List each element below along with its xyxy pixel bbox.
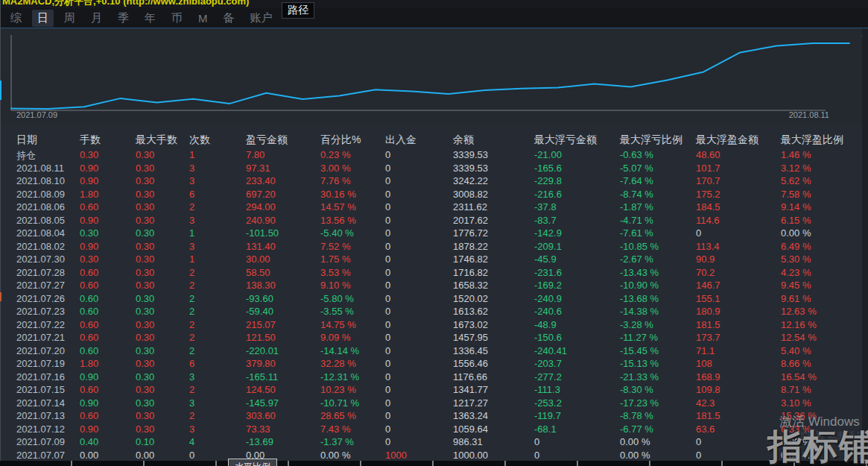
table-row[interactable]: 2021.07.150.600.302124.5010.23 %01341.77… [0,383,868,397]
tab-综[interactable]: 综 [5,10,27,27]
table-row[interactable]: 2021.08.040.300.301-101.50-5.40 %01776.7… [0,227,868,240]
row-cell-11: 0.00 % [781,227,811,239]
row-cell-4: -220.01 [246,345,279,356]
title-bar: MA2MACD,分析平台,+0.10 (http://www.zhibiaopu… [0,0,868,8]
tab-周[interactable]: 周 [59,10,80,27]
row-date: 2021.07.19 [16,358,65,369]
row-date: 2021.08.09 [16,189,65,200]
row-cell-3: 2 [189,267,194,278]
row-cell-11: 7.58 % [781,189,811,200]
row-cell-4: -59.40 [246,306,273,317]
tab-M[interactable]: M [193,10,213,26]
bottom-grid-strip [0,461,868,466]
table-row[interactable]: 2021.07.130.600.302303.6028.65 %01363.24… [0,409,868,423]
row-cell-1: 0.90 [80,371,98,382]
tab-账户[interactable]: 账户 [245,10,278,27]
tab-年[interactable]: 年 [139,10,161,27]
table-row[interactable]: 2021.07.270.600.302138.309.10 %01658.32-… [0,279,868,292]
row-cell-5: 0.00 % [320,450,350,461]
row-cell-3: 2 [189,280,194,291]
row-cell-1: 0.30 [80,227,98,239]
table-row[interactable]: 2021.08.091.800.306697.2030.16 %03008.82… [0,188,868,201]
row-cell-9: -0.63 % [620,149,653,160]
row-cell-3: 6 [189,189,194,200]
table-row[interactable]: 2021.07.210.600.302121.509.09 %01457.95-… [0,331,868,344]
tab-备[interactable]: 备 [218,10,240,27]
row-cell-10: 0 [696,450,701,461]
table-row[interactable]: 2021.07.220.600.302215.0714.75 %01673.02… [0,318,868,332]
row-cell-9: -13.43 % [620,267,659,278]
row-cell-6: 0 [385,319,390,330]
row-cell-3: 2 [189,201,194,212]
column-header-0[interactable]: 日期 [16,133,37,147]
row-cell-2: 0.30 [136,319,154,330]
row-cell-7: 3339.53 [453,149,488,160]
table-row[interactable]: 2021.07.260.600.302-93.60-5.80 %01520.02… [0,292,868,306]
tab-季[interactable]: 季 [113,10,134,27]
row-date: 2021.07.09 [16,436,65,447]
table-row[interactable]: 2021.07.191.800.306379.8032.28 %01556.46… [0,357,868,371]
column-header-4[interactable]: 盈亏金额 [246,133,288,147]
table-row[interactable]: 2021.08.020.900.303131.407.52 %01878.22-… [0,240,868,254]
row-cell-2: 0.30 [136,424,154,435]
row-cell-6: 0 [385,424,390,435]
table-row[interactable]: 2021.07.160.900.303-165.11-12.31 %01176.… [0,371,868,384]
table-row[interactable]: 2021.08.050.900.303240.9013.56 %02017.62… [0,214,868,227]
column-header-10[interactable]: 最大浮盈金额 [696,133,758,147]
column-header-6[interactable]: 出入金 [385,133,416,147]
row-cell-6: 0 [385,371,390,382]
row-cell-10: 48.60 [696,149,720,160]
row-date: 2021.07.13 [16,410,65,421]
row-cell-6: 0 [385,189,390,200]
column-header-11[interactable]: 最大浮盈比例 [781,133,843,147]
row-cell-10: 168.9 [696,371,720,382]
row-cell-2: 0.30 [136,397,154,409]
table-row[interactable]: 2021.07.070.000.0000.000.00 %10001000.00… [0,449,868,462]
tab-月[interactable]: 月 [86,10,107,27]
row-date: 2021.07.20 [16,345,65,356]
row-cell-6: 0 [385,436,390,447]
row-cell-2: 0.30 [136,332,154,343]
row-cell-9: -13.68 % [620,293,659,304]
row-cell-6: 0 [385,267,390,278]
column-header-5[interactable]: 百分比% [320,133,361,147]
row-cell-3: 2 [189,410,194,421]
table-row[interactable]: 2021.08.060.600.302294.0014.57 %02311.62… [0,201,868,214]
tab-币[interactable]: 币 [166,10,188,27]
row-cell-8: -45.9 [534,254,557,265]
column-header-9[interactable]: 最大浮亏比例 [620,133,682,147]
table-row[interactable]: 2021.07.280.600.30258.503.53 %01716.82-2… [0,266,868,280]
column-header-3[interactable]: 次数 [189,133,210,147]
path-button[interactable]: 路径 [282,2,314,19]
row-cell-5: 32.28 % [320,358,356,369]
row-cell-8: -150.6 [534,332,562,343]
row-date: 2021.07.28 [16,267,65,278]
row-cell-1: 0.60 [80,332,98,343]
table-row[interactable]: 2021.08.100.900.303233.407.76 %03242.22-… [0,174,868,188]
row-cell-6: 0 [385,306,390,317]
table-row[interactable]: 2021.08.110.900.30397.313.00 %03339.53-1… [0,162,868,175]
table-row[interactable]: 2021.07.200.600.302-220.01-14.14 %01336.… [0,344,868,358]
row-cell-6: 0 [385,175,390,186]
column-header-2[interactable]: 最大手数 [136,133,177,147]
column-header-1[interactable]: 手数 [80,133,101,147]
column-header-8[interactable]: 最大浮亏金额 [534,133,597,147]
row-cell-4: 58.50 [246,267,270,278]
row-cell-7: 1716.82 [453,267,488,278]
row-cell-11: 12.16 % [781,319,817,330]
row-cell-9: -10.90 % [620,280,659,291]
tab-日[interactable]: 日 [32,10,54,27]
chart-start-date-label: 2021.07.09 [16,110,57,119]
row-date: 2021.07.23 [16,306,65,317]
table-row[interactable]: 持仓0.300.3017.800.23 %03339.53-21.00-0.63… [0,148,868,162]
row-cell-9: -5.07 % [620,163,653,174]
row-cell-9: -8.74 % [620,189,653,200]
table-row[interactable]: 2021.07.230.600.302-59.40-3.55 %01613.62… [0,305,868,318]
row-cell-6: 0 [385,163,390,174]
row-cell-5: -5.40 % [320,227,354,239]
table-row[interactable]: 2021.07.090.400.104-13.69-1.37 %0986.310… [0,435,868,449]
table-row[interactable]: 2021.07.300.300.30130.001.75 %01746.82-4… [0,253,868,266]
column-header-7[interactable]: 余额 [453,133,474,147]
table-row[interactable]: 2021.07.140.900.303-145.97-10.71 %01217.… [0,397,868,410]
table-row[interactable]: 2021.07.120.900.30373.337.43 %01059.64-6… [0,423,868,436]
